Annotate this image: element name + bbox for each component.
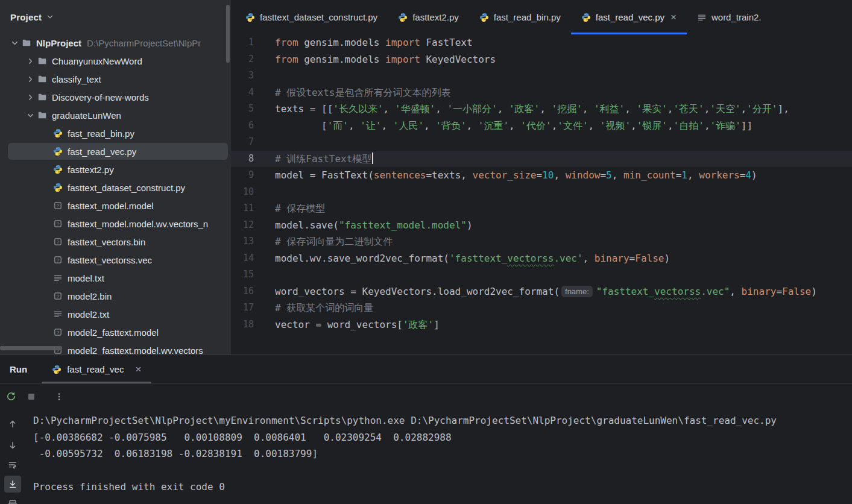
print-icon[interactable] [8,500,17,504]
tree-horizontal-scrollbar[interactable] [0,346,62,350]
chevron-down-icon[interactable] [7,39,22,48]
tree-item-label: fasttext_vectors.bin [68,237,145,247]
folder-icon [37,92,47,102]
code-token: '华盛顿' [395,103,435,115]
text-file-icon [53,309,63,319]
code-line: from gensim.models import KeyedVectors [275,51,852,68]
code-token: word_vectors = KeyedVectors.load_word2ve… [275,286,560,297]
run-panel-header: Run fast_read_vec × [0,355,852,384]
code-token: , [435,103,447,115]
code-token: vectorss [654,286,701,297]
code-token: , [554,169,565,181]
code-line: # 假设texts是包含所有分词文本的列表 [275,84,852,101]
unknown-file-icon: ? [53,237,63,247]
arrow-down-icon[interactable] [8,441,17,450]
run-console: D:\PycharmProjectSet\NlpProject\myEnviro… [0,411,852,504]
folder-icon [22,38,31,48]
project-panel: Project NlpProjectD:\PycharmProjectSet\N… [0,0,231,354]
close-tab-icon[interactable]: × [671,14,677,20]
tree-item-label: model.txt [68,273,104,283]
text-cursor [372,153,373,164]
code-token: min_count [623,169,676,181]
code-line: vector = word_vectors['政客'] [275,317,852,333]
tree-item-fasttext_dataset_construct.py[interactable]: fasttext_dataset_construct.py [0,178,231,197]
editor[interactable]: 123456789101112131415161718 from gensim.… [231,34,852,354]
code-token: '诈骗' [710,120,741,131]
chevron-right-icon[interactable] [23,57,37,66]
tree-item-fast_read_bin.py[interactable]: fast_read_bin.py [0,124,231,142]
code-token: '果实' [637,103,667,115]
code-line: model.wv.save_word2vec_format('fasttext_… [275,250,852,267]
code-token: , [625,103,636,115]
tree-item-fasttext_model.model[interactable]: ?fasttext_model.model [0,197,231,215]
project-panel-header[interactable]: Project [0,0,231,34]
editor-area: fasttext_dataset_construct.pyfasttext2.p… [231,0,852,354]
editor-tab-fast_read_bin.py[interactable]: fast_read_bin.py [469,0,571,34]
code-token: '文件' [557,120,588,131]
tree-item-label: model2_fasttext.model.wv.vectors [68,345,203,355]
code-line [275,134,852,151]
tree-item-label: model2.txt [68,309,109,320]
stop-button[interactable] [23,389,40,406]
code-token: '政客' [509,103,540,115]
code-token: 1 [681,169,687,181]
editor-code[interactable]: from gensim.models import FastTextfrom g… [275,34,852,354]
chevron-down-icon[interactable] [23,111,37,120]
editor-gutter: 123456789101112131415161718 [231,34,275,354]
code-line: # 保存模型 [275,200,852,217]
tree-item-path: D:\PycharmProjectSet\NlpPr [87,38,201,48]
editor-tab-fast_read_vec.py[interactable]: fast_read_vec.py× [571,0,687,34]
close-run-tab-icon[interactable]: × [135,367,141,373]
code-token: binary [595,253,630,264]
line-number: 17 [231,300,275,317]
tree-item-label: fasttext_model.model.wv.vectors_n [68,219,208,229]
tree-item-fast_read_vec.py[interactable]: fast_read_vec.py [0,142,231,160]
code-token: binary [742,286,777,297]
scroll-to-end-icon[interactable] [8,479,17,489]
chevron-down-icon[interactable] [46,13,54,21]
tree-item-graduateLunWen[interactable]: graduateLunWen [0,106,231,124]
soft-wrap-icon[interactable] [8,460,17,470]
more-options-button[interactable] [51,389,68,406]
code-token: window [566,169,601,181]
code-token: ) [467,219,473,231]
tree-item-fasttext_model.model.wv.vectors_n[interactable]: ?fasttext_model.model.wv.vectors_n [0,215,231,233]
tree-item-fasttext_vectorss.vec[interactable]: ?fasttext_vectorss.vec [0,251,231,269]
tree-item-ChuanyunuxNewWord[interactable]: ChuanyunuxNewWord [0,52,231,70]
code-line: texts = [['长久以来', '华盛顿', '一小部分', '政客', '… [275,101,852,118]
code-line: from gensim.models import FastText [275,34,852,51]
code-line: word_vectors = KeyedVectors.load_word2ve… [275,283,852,300]
tree-vertical-scrollbar[interactable] [226,5,230,63]
run-tab[interactable]: fast_read_vec × [42,355,151,383]
tree-item-Discovery-of-new-words[interactable]: Discovery-of-new-words [0,88,231,106]
code-token: # 获取某个词的词向量 [275,302,373,313]
tree-item-model.txt[interactable]: model.txt [0,269,231,287]
editor-tab-fasttext_dataset_construct.py[interactable]: fasttext_dataset_construct.py [235,0,388,34]
tree-item-model2.bin[interactable]: ?model2.bin [0,287,231,305]
tree-item-NlpProject[interactable]: NlpProjectD:\PycharmProjectSet\NlpPr [0,34,231,52]
code-line: # 训练FastText模型 [275,151,852,168]
code-token: '政客' [403,319,434,330]
code-token: '锁屏' [637,120,667,131]
tree-item-fasttext2.py[interactable]: fasttext2.py [0,160,231,178]
editor-tab-word_train2.[interactable]: word_train2. [687,0,772,34]
editor-tab-fasttext2.py[interactable]: fasttext2.py [388,0,469,34]
chevron-right-icon[interactable] [23,93,37,102]
arrow-up-icon[interactable] [8,419,17,429]
code-token: 4 [745,169,751,181]
code-token: gensim.models [298,37,386,48]
tree-item-model2_fasttext.model[interactable]: ?model2_fasttext.model [0,323,231,341]
code-token: , [552,120,558,131]
tree-item-fasttext_vectors.bin[interactable]: ?fasttext_vectors.bin [0,233,231,251]
code-token: , [741,103,747,115]
rerun-button[interactable] [2,389,19,406]
svg-text:?: ? [57,239,60,245]
tree-item-model2.txt[interactable]: model2.txt [0,305,231,323]
project-tree: NlpProjectD:\PycharmProjectSet\NlpPrChua… [0,34,231,354]
console-output[interactable]: D:\PycharmProjectSet\NlpProject\myEnviro… [27,411,852,504]
code-line [275,266,852,283]
tree-item-classify_text[interactable]: classify_text [0,70,231,88]
code-token: '一小部分' [447,103,497,115]
code-token: ) [664,253,670,264]
chevron-right-icon[interactable] [23,75,37,84]
